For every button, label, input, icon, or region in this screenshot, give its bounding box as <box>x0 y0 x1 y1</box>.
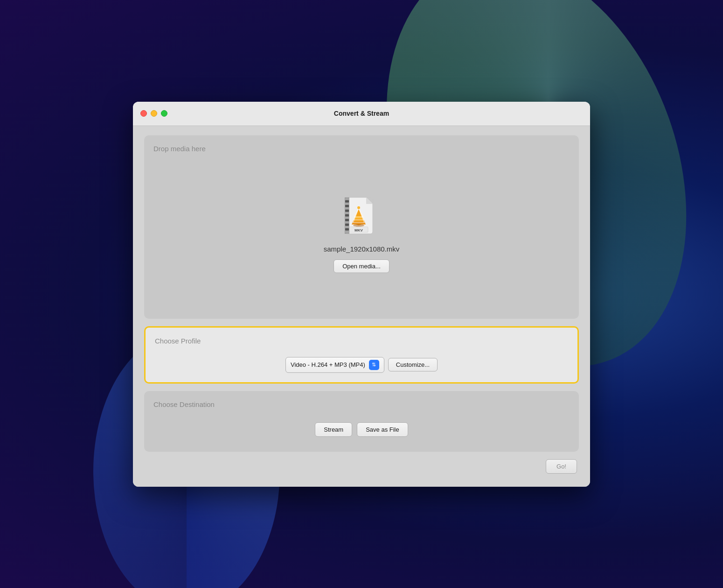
svg-text:MKV: MKV <box>355 228 363 232</box>
customize-button[interactable]: Customize... <box>388 358 438 371</box>
drop-zone[interactable]: MKV sample_1920x1080.mkv Open media... <box>153 160 570 309</box>
titlebar: Convert & Stream <box>133 102 590 126</box>
svg-rect-8 <box>345 219 349 221</box>
maximize-button[interactable] <box>161 110 167 117</box>
go-button[interactable]: Go! <box>546 459 577 474</box>
file-name: sample_1920x1080.mkv <box>324 245 400 253</box>
open-media-button[interactable]: Open media... <box>334 259 389 273</box>
profile-controls: Video - H.264 + MP3 (MP4) ⇅ Customize... <box>285 357 438 373</box>
destination-label: Choose Destination <box>153 400 215 408</box>
window-title: Convert & Stream <box>334 110 389 117</box>
traffic-lights <box>140 110 167 117</box>
profile-label: Choose Profile <box>155 337 201 345</box>
svg-point-20 <box>353 224 364 227</box>
destination-controls: Stream Save as File <box>315 422 408 437</box>
svg-rect-7 <box>345 214 349 217</box>
file-icon: MKV <box>343 196 380 238</box>
drop-zone-label: Drop media here <box>153 145 570 153</box>
close-button[interactable] <box>140 110 147 117</box>
svg-point-19 <box>357 206 360 209</box>
stream-button[interactable]: Stream <box>315 422 352 437</box>
save-as-file-button[interactable]: Save as File <box>357 422 408 437</box>
profile-selected-text: Video - H.264 + MP3 (MP4) <box>291 361 365 368</box>
svg-rect-6 <box>345 210 349 212</box>
minimize-button[interactable] <box>151 110 157 117</box>
window-content: Drop media here <box>133 126 590 487</box>
svg-rect-10 <box>345 228 349 231</box>
profile-section: Choose Profile Video - H.264 + MP3 (MP4)… <box>144 326 579 384</box>
svg-rect-4 <box>345 200 349 203</box>
svg-rect-9 <box>345 224 349 226</box>
destination-section: Choose Destination Stream Save as File <box>144 391 579 452</box>
drop-zone-section: Drop media here <box>144 135 579 319</box>
svg-rect-5 <box>345 205 349 207</box>
main-window: Convert & Stream Drop media here <box>133 102 590 487</box>
bottom-bar: Go! <box>144 459 579 476</box>
dropdown-arrow-icon: ⇅ <box>369 360 379 370</box>
profile-dropdown[interactable]: Video - H.264 + MP3 (MP4) ⇅ <box>285 357 384 373</box>
